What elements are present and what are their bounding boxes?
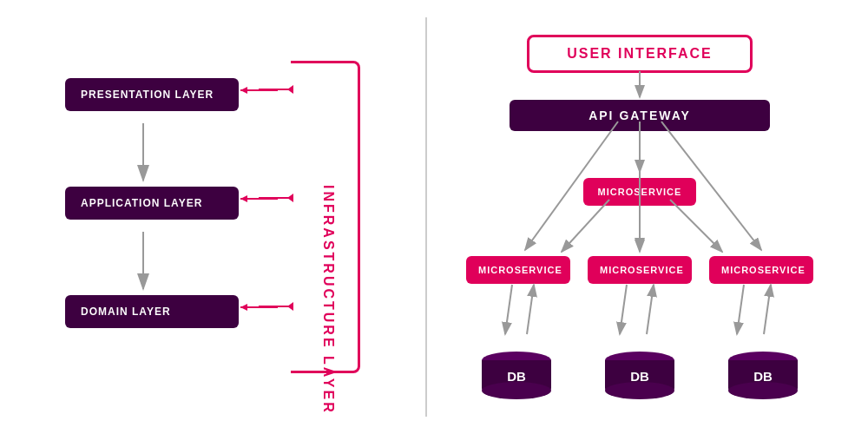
infra-label: INFRASTRUCTURE LAYER <box>320 185 336 249</box>
database-right: DB <box>728 352 798 399</box>
application-layer: APPLICATION LAYER <box>65 187 239 220</box>
presentation-layer: PRESENTATION LAYER <box>65 78 239 111</box>
user-interface-box: USER INTERFACE <box>527 35 753 73</box>
db-bottom-right <box>728 382 798 399</box>
microservice-right: MICROSERVICE <box>709 256 813 284</box>
microservices-diagram: USER INTERFACE API GATEWAY MICROSERVICE … <box>457 26 822 408</box>
svg-line-23 <box>647 285 654 334</box>
right-arrows-svg <box>457 26 822 408</box>
domain-layer: DOMAIN LAYER <box>65 295 239 328</box>
microservice-center: MICROSERVICE <box>588 256 692 284</box>
svg-line-20 <box>505 285 512 334</box>
svg-marker-5 <box>240 87 247 94</box>
db-label-center: DB <box>630 368 649 383</box>
svg-line-21 <box>527 285 534 334</box>
db-cylinder-left: DB <box>482 352 551 399</box>
svg-marker-7 <box>240 304 247 311</box>
microservice-top: MICROSERVICE <box>583 178 696 206</box>
layered-architecture-diagram: INFRASTRUCTURE LAYER PRESENTATION LAYER … <box>48 52 378 382</box>
svg-line-24 <box>737 285 744 334</box>
db-cylinder-right: DB <box>728 352 798 399</box>
svg-line-19 <box>670 200 722 252</box>
db-bottom-left <box>482 382 551 399</box>
db-label-left: DB <box>507 368 526 383</box>
left-panel: INFRASTRUCTURE LAYER PRESENTATION LAYER … <box>0 0 425 434</box>
db-cylinder-center: DB <box>605 352 674 399</box>
database-left: DB <box>482 352 551 399</box>
db-bottom-center <box>605 382 674 399</box>
svg-line-25 <box>764 285 771 334</box>
microservice-left: MICROSERVICE <box>466 256 570 284</box>
database-center: DB <box>605 352 674 399</box>
svg-marker-6 <box>240 195 247 202</box>
svg-line-17 <box>562 200 609 252</box>
db-label-right: DB <box>753 368 773 383</box>
right-panel: USER INTERFACE API GATEWAY MICROSERVICE … <box>427 0 852 434</box>
api-gateway-box: API GATEWAY <box>510 100 770 131</box>
svg-line-22 <box>620 285 627 334</box>
